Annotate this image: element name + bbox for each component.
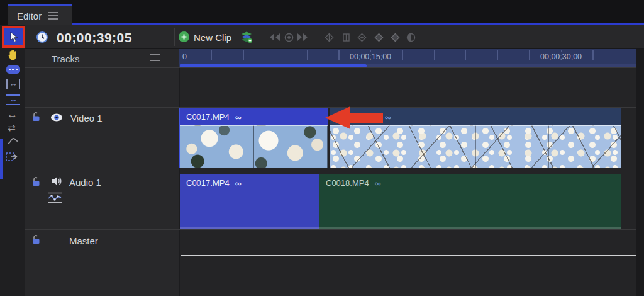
timeline-right-gutter xyxy=(636,49,644,296)
link-icon[interactable]: ∞ xyxy=(235,114,242,120)
link-icon[interactable]: ∞ xyxy=(375,180,381,186)
clip-name: C0017.MP4 xyxy=(186,178,230,188)
lock-icon[interactable] xyxy=(31,234,41,244)
tab-editor[interactable]: Editor xyxy=(8,4,72,25)
ruler-label-start: 0 xyxy=(180,52,189,61)
clock-icon[interactable] xyxy=(36,31,48,43)
track-label-master: Master xyxy=(69,236,98,246)
link-icon[interactable]: ∞ xyxy=(235,180,242,186)
clip-header: C0018.MP4 ∞ xyxy=(319,174,621,191)
tab-menu-icon[interactable] xyxy=(48,15,58,16)
linear-keyframe-icon[interactable] xyxy=(325,33,334,42)
ease-keyframe-icon[interactable] xyxy=(406,33,416,42)
timecode-display[interactable]: 00;00;39;05 xyxy=(57,30,132,45)
row-divider xyxy=(25,67,636,68)
roll-edit-tool-button[interactable]: ↔ xyxy=(6,94,20,105)
audio-waveform-centerline xyxy=(180,198,621,198)
hold-keyframe-icon[interactable] xyxy=(341,33,351,42)
toolbar-divider xyxy=(174,28,175,46)
tracks-panel xyxy=(25,49,179,296)
export-region-tool-button[interactable] xyxy=(6,152,19,162)
link-icon[interactable]: ∞ xyxy=(385,114,391,120)
tracks-panel-header: Tracks xyxy=(52,54,79,64)
clip-thumbnail-filmstrip xyxy=(180,125,328,168)
record-keyframe-icon[interactable] xyxy=(284,33,294,42)
manual-bezier-keyframe-icon[interactable] xyxy=(374,33,384,42)
composite-shot-layers-icon[interactable] xyxy=(240,31,253,43)
panel-edge-highlight xyxy=(0,139,3,179)
auto-bezier-keyframe-icon[interactable] xyxy=(391,33,400,42)
waveform-display-icon[interactable] xyxy=(47,192,62,203)
annotation-red-box xyxy=(2,26,25,48)
clip-name: C0017.MP4 xyxy=(186,112,230,122)
annotation-red-arrow-tail xyxy=(349,113,383,123)
clip-name: C0018.MP4 xyxy=(326,178,369,188)
ripple-edit-tool-button[interactable]: ↔ xyxy=(6,79,20,89)
audio-clip-c0018[interactable]: C0018.MP4 ∞ xyxy=(319,174,621,229)
annotation-red-arrow xyxy=(325,106,350,129)
panel-timeline-divider[interactable] xyxy=(179,49,180,296)
track-label-audio1: Audio 1 xyxy=(69,177,101,188)
lock-icon[interactable] xyxy=(31,176,41,186)
row-divider xyxy=(25,288,636,288)
new-clip-label[interactable]: New Clip xyxy=(194,32,231,43)
clip-thumbnail-filmstrip xyxy=(330,125,621,168)
lock-icon[interactable] xyxy=(31,111,41,122)
clip-header: C0017.MP4 ∞ xyxy=(180,174,319,191)
smooth-keyframe-icon[interactable] xyxy=(357,33,367,42)
next-keyframe-icon[interactable] xyxy=(296,33,309,42)
ruler-label-mid: 00;00;15;00 xyxy=(348,52,393,61)
row-divider xyxy=(25,174,636,174)
row-divider xyxy=(25,229,636,230)
master-track-level-line xyxy=(181,255,636,256)
razor-tool-button[interactable] xyxy=(6,65,20,74)
track-label-video1: Video 1 xyxy=(70,113,103,123)
video-clip-c0017[interactable]: C0017.MP4 ∞ xyxy=(180,108,328,168)
video-editor-timeline-panel: Editor 00;00;39;05 New Clip xyxy=(0,0,644,296)
slide-tool-button[interactable]: ⇄ xyxy=(8,122,16,134)
eye-visibility-icon[interactable] xyxy=(50,113,63,122)
speaker-icon[interactable] xyxy=(52,176,62,186)
plus-circle-icon xyxy=(179,31,189,42)
timeline-area[interactable] xyxy=(179,49,636,296)
tab-editor-label: Editor xyxy=(17,11,42,21)
clip-header: C0017.MP4 ∞ xyxy=(180,108,328,125)
tab-bar: Editor xyxy=(0,0,644,25)
hand-tool-button[interactable] xyxy=(7,49,19,61)
new-clip-button[interactable] xyxy=(179,31,189,45)
audio-clip-c0017[interactable]: C0017.MP4 ∞ xyxy=(180,174,319,229)
previous-keyframe-icon[interactable] xyxy=(269,33,281,42)
horizontal-scrollbar[interactable] xyxy=(180,64,367,67)
slip-tool-button[interactable]: ↔ xyxy=(7,108,18,121)
rate-stretch-tool-button[interactable] xyxy=(7,137,18,145)
ruler-label-end: 00;00;30;00 xyxy=(538,52,584,61)
